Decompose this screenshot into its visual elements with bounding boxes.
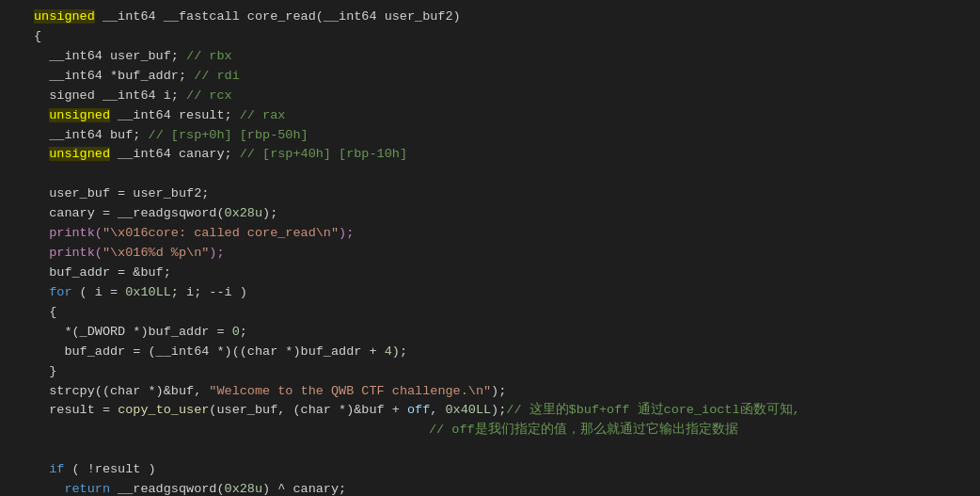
code-line-1: unsigned __int64 __fastcall core_read(__… — [34, 8, 969, 27]
line-num-21 — [8, 421, 24, 440]
code-line-15: { — [34, 303, 969, 323]
code-line-23: return __readgsqword(0x28u) ^ canary; — [34, 480, 969, 496]
code-line-4: __int64 *buf_addr; // rdi — [34, 67, 969, 87]
line-6: unsigned __int64 result; // rax — [8, 106, 969, 126]
line-num-blank1 — [8, 165, 24, 184]
code-line-20: result = copy_to_user(user_buf, (char *)… — [34, 401, 969, 421]
line-num-17 — [8, 343, 24, 362]
line-5: signed __int64 i; // rcx — [8, 87, 969, 106]
line-17: buf_addr = (__int64 *)((char *)buf_addr … — [8, 343, 969, 362]
line-num-20 — [8, 401, 24, 421]
code-line-17: buf_addr = (__int64 *)((char *)buf_addr … — [34, 343, 969, 362]
line-23: return __readgsqword(0x28u) ^ canary; — [8, 480, 969, 496]
line-18: } — [8, 362, 969, 382]
line-num-3 — [8, 47, 24, 67]
line-21: // off是我们指定的值，那么就通过它输出指定数据 — [8, 421, 969, 440]
code-line-2: { — [34, 27, 969, 47]
line-num-19 — [8, 382, 24, 402]
line-num-12 — [8, 244, 24, 264]
line-num-blank2 — [8, 440, 24, 460]
line-1: unsigned __int64 __fastcall core_read(__… — [8, 8, 969, 27]
code-line-3: __int64 user_buf; // rbx — [34, 47, 969, 67]
code-line-16: *(_DWORD *)buf_addr = 0; — [34, 323, 969, 343]
line-7: __int64 buf; // [rsp+0h] [rbp-50h] — [8, 126, 969, 146]
line-num-9 — [8, 184, 24, 204]
line-num-7 — [8, 126, 24, 146]
code-line-22: if ( !result ) — [34, 460, 969, 480]
line-blank2 — [8, 440, 969, 460]
line-20: result = copy_to_user(user_buf, (char *)… — [8, 401, 969, 421]
line-22: if ( !result ) — [8, 460, 969, 480]
code-line-8: unsigned __int64 canary; // [rsp+40h] [r… — [34, 145, 969, 165]
line-num-16 — [8, 323, 24, 343]
code-line-12: printk("\x016%d %p\n"); — [34, 244, 969, 264]
code-line-19: strcpy((char *)&buf, "Welcome to the QWB… — [34, 382, 969, 402]
code-line-11: printk("\x016core: called core_read\n"); — [34, 224, 969, 244]
code-line-21: // off是我们指定的值，那么就通过它输出指定数据 — [34, 421, 969, 440]
line-num-8 — [8, 145, 24, 165]
code-line-7: __int64 buf; // [rsp+0h] [rbp-50h] — [34, 126, 969, 146]
line-num-13 — [8, 264, 24, 283]
code-blank1 — [34, 165, 969, 184]
line-num-10 — [8, 204, 24, 224]
line-8: unsigned __int64 canary; // [rsp+40h] [r… — [8, 145, 969, 165]
code-blank2 — [34, 440, 969, 460]
line-10: canary = __readgsqword(0x28u); — [8, 204, 969, 224]
code-line-13: buf_addr = &buf; — [34, 264, 969, 283]
line-16: *(_DWORD *)buf_addr = 0; — [8, 323, 969, 343]
code-line-5: signed __int64 i; // rcx — [34, 87, 969, 106]
line-11: printk("\x016core: called core_read\n"); — [8, 224, 969, 244]
line-19: strcpy((char *)&buf, "Welcome to the QWB… — [8, 382, 969, 402]
line-num-2 — [8, 27, 24, 47]
line-num-5 — [8, 87, 24, 106]
line-14: for ( i = 0x10LL; i; --i ) — [8, 283, 969, 303]
line-num-4 — [8, 67, 24, 87]
code-container: unsigned __int64 __fastcall core_read(__… — [0, 0, 980, 496]
line-9: user_buf = user_buf2; — [8, 184, 969, 204]
line-3: __int64 user_buf; // rbx — [8, 47, 969, 67]
line-15: { — [8, 303, 969, 323]
line-num-22 — [8, 460, 24, 480]
line-2: { — [8, 27, 969, 47]
code-line-9: user_buf = user_buf2; — [34, 184, 969, 204]
line-num-14 — [8, 283, 24, 303]
line-12: printk("\x016%d %p\n"); — [8, 244, 969, 264]
line-num-6 — [8, 106, 24, 126]
code-line-6: unsigned __int64 result; // rax — [34, 106, 969, 126]
line-13: buf_addr = &buf; — [8, 264, 969, 283]
line-blank1 — [8, 165, 969, 184]
line-num-15 — [8, 303, 24, 323]
code-line-18: } — [34, 362, 969, 382]
code-line-14: for ( i = 0x10LL; i; --i ) — [34, 283, 969, 303]
line-4: __int64 *buf_addr; // rdi — [8, 67, 969, 87]
line-num-23 — [8, 480, 24, 496]
line-num-18 — [8, 362, 24, 382]
line-num-11 — [8, 224, 24, 244]
line-num-1 — [8, 8, 24, 27]
code-line-10: canary = __readgsqword(0x28u); — [34, 204, 969, 224]
